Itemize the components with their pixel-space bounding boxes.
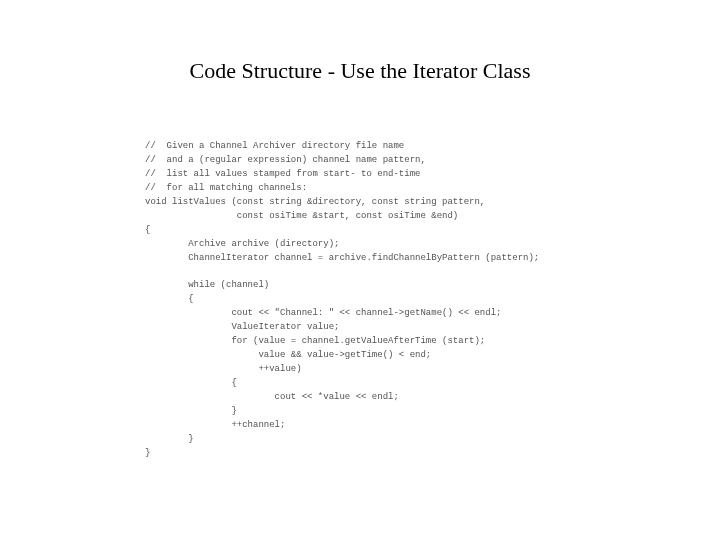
slide-title: Code Structure - Use the Iterator Class [0,58,720,84]
code-listing: // Given a Channel Archiver directory fi… [145,140,539,461]
